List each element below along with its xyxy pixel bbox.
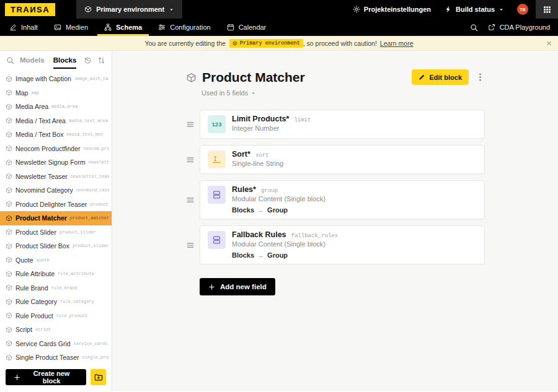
sidebar-item-product-slider-box[interactable]: Product Slider Boxproduct_slider_… <box>0 239 112 253</box>
block-cube-icon <box>6 145 12 152</box>
modular-icon <box>208 186 226 204</box>
drag-handle-icon[interactable] <box>186 196 195 204</box>
search-button[interactable] <box>463 19 485 36</box>
lightning-icon <box>445 6 452 13</box>
drag-handle-icon[interactable] <box>186 241 195 250</box>
main-nav: InhaltMedienSchemaConfigurationCalendar … <box>0 19 558 36</box>
block-api-id: map <box>31 90 109 95</box>
sidebar-item-newsletter-teaser[interactable]: Newsletter Teasernewsletter_teas… <box>0 170 112 184</box>
sidebar-item-rule-product[interactable]: Rule Productrule_product <box>0 309 112 323</box>
nav-item-configuration[interactable]: Configuration <box>150 19 218 36</box>
sidebar-item-image-with-caption[interactable]: Image with Captionimage_with_ca… <box>0 72 112 86</box>
environment-cube-icon <box>232 41 237 46</box>
sidebar-item-media-area[interactable]: Media Areamedia_area <box>0 100 112 114</box>
sidebar-tab-blocks[interactable]: Blocks <box>53 56 77 69</box>
add-new-field-button[interactable]: Add new field <box>200 278 275 295</box>
block-menu-button[interactable] <box>476 72 485 82</box>
add-folder-button[interactable] <box>91 369 106 385</box>
block-api-id: neocom_pro… <box>83 146 109 151</box>
edit-block-button[interactable]: Edit block <box>412 69 469 85</box>
field-api-id: sort <box>255 152 269 159</box>
drag-handle-icon[interactable] <box>186 120 195 129</box>
sidebar-item-media-text-area[interactable]: Media / Text Areamedia_text_area <box>0 114 112 128</box>
apps-grid-button[interactable] <box>536 0 558 19</box>
block-api-id: newsletter_teas… <box>71 174 109 179</box>
field-type: Modular Content (Single block) <box>232 240 338 248</box>
field-api-id: limit <box>294 117 311 123</box>
integer-icon: 123 <box>208 115 226 133</box>
nav-item-schema[interactable]: Schema <box>96 19 150 36</box>
apps-grid-icon <box>543 6 551 14</box>
cda-playground-link[interactable]: CDA Playground <box>485 19 558 36</box>
sidebar-item-rule-category[interactable]: Rule Categoryrule_category <box>0 295 112 309</box>
sidebar-item-script[interactable]: Scriptscript <box>0 323 112 337</box>
block-cube-icon <box>6 298 12 305</box>
calendar-icon <box>227 24 234 31</box>
field-block-link: Blocks→Group <box>232 251 338 259</box>
sidebar-item-rule-brand[interactable]: Rule Brandrule_brand <box>0 281 112 295</box>
block-cube-icon <box>6 243 12 250</box>
banner-text-prefix: You are currently editing the <box>144 40 225 47</box>
banner-text-suffix: , so proceed with caution! <box>303 40 377 47</box>
nav-item-inhalt[interactable]: Inhalt <box>1 19 46 36</box>
sidebar-item-novomind-category[interactable]: Novomind Categorynovomind_cate… <box>0 183 112 198</box>
caret-down-icon <box>169 7 174 12</box>
search-icon <box>6 56 14 64</box>
project-settings-button[interactable]: Projekteinstellungen <box>346 0 438 19</box>
field-api-id: group <box>261 188 278 194</box>
sidebar-item-rule-attribute[interactable]: Rule Attributerule_attribute <box>0 267 112 281</box>
sidebar-item-product-delighter-teaser[interactable]: Product Delighter Teaserproduct_… <box>0 198 112 212</box>
block-cube-icon <box>6 159 12 166</box>
sidebar-item-product-matcher[interactable]: Product Matcherproduct_matcher <box>0 211 112 225</box>
block-header: Product Matcher Edit block <box>186 69 485 85</box>
usage-label: Used in 5 fields <box>202 89 248 97</box>
nav-item-medien[interactable]: Medien <box>46 19 96 36</box>
sidebar-header: ModelsBlocks <box>0 51 112 69</box>
block-api-id: product_slider <box>60 230 109 235</box>
block-label: Quote <box>16 256 33 264</box>
sidebar-item-quote[interactable]: Quotequote <box>0 253 112 268</box>
build-status-button[interactable]: Build status <box>438 0 511 19</box>
block-label: Rule Product <box>16 312 53 320</box>
sidebar-item-product-slider[interactable]: Product Sliderproduct_slider <box>0 225 112 240</box>
field-card-rules[interactable]: Rules*groupModular Content (Single block… <box>200 180 485 219</box>
sidebar-item-newsletter-signup-form[interactable]: Newsletter Signup Formnewslette… <box>0 155 112 170</box>
create-new-block-button[interactable]: Create new block <box>6 369 86 385</box>
avatar[interactable]: TB <box>517 4 528 15</box>
block-api-id: quote <box>37 258 109 263</box>
block-cube-icon <box>6 271 12 277</box>
logo: TRAИSA <box>5 3 55 16</box>
usage-dropdown[interactable]: Used in 5 fields <box>202 89 256 97</box>
sidebar-tabs: ModelsBlocks <box>20 56 76 69</box>
field-card-sort[interactable]: Sort*sortSingle-line String <box>200 145 485 174</box>
block-label: Newsletter Signup Form <box>16 159 86 166</box>
drag-handle-icon[interactable] <box>186 155 195 164</box>
main-nav-items: InhaltMedienSchemaConfigurationCalendar <box>0 19 274 36</box>
sidebar-item-map[interactable]: Mapmap <box>0 86 112 100</box>
schema-sidebar: ModelsBlocks Image with Captionimage_wit… <box>0 51 112 391</box>
sort-icon[interactable] <box>97 56 105 64</box>
sidebar-item-service-cards-grid[interactable]: Service Cards Gridservice_cards_… <box>0 337 112 351</box>
sidebar-item-media-text-box[interactable]: Media / Text Boxmedia_text_box <box>0 128 112 142</box>
field-card-fallback-rules[interactable]: Fallback Rulesfallback_rulesModular Cont… <box>200 225 485 264</box>
sidebar-header-icons <box>84 56 105 64</box>
field-card-limit-products[interactable]: 123Limit Products*limitInteger Number <box>200 110 485 139</box>
sidebar-tab-models[interactable]: Models <box>20 56 45 69</box>
block-label: Rule Category <box>16 298 57 305</box>
sidebar-item-neocom-productfinder[interactable]: Neocom Productfinderneocom_pro… <box>0 142 112 156</box>
block-api-id: product_slider_… <box>73 243 109 248</box>
banner-close-button[interactable] <box>546 40 552 46</box>
block-api-id: rule_product <box>56 313 109 318</box>
environment-selector[interactable]: Primary environment <box>76 0 182 19</box>
sidebar-search-button[interactable] <box>6 56 14 64</box>
learn-more-link[interactable]: Learn more <box>380 40 414 47</box>
nav-item-label: Calendar <box>239 24 267 31</box>
history-icon[interactable] <box>84 56 92 64</box>
config-icon <box>158 24 166 31</box>
sidebar-item-single-product-teaser[interactable]: Single Product Teasersingle_prod… <box>0 351 112 364</box>
field-type: Integer Number <box>232 124 311 132</box>
environment-badge: Primary environment <box>229 39 303 48</box>
nav-item-calendar[interactable]: Calendar <box>219 19 275 36</box>
block-label: Neocom Productfinder <box>16 145 80 152</box>
block-label: Novomind Category <box>16 186 73 194</box>
